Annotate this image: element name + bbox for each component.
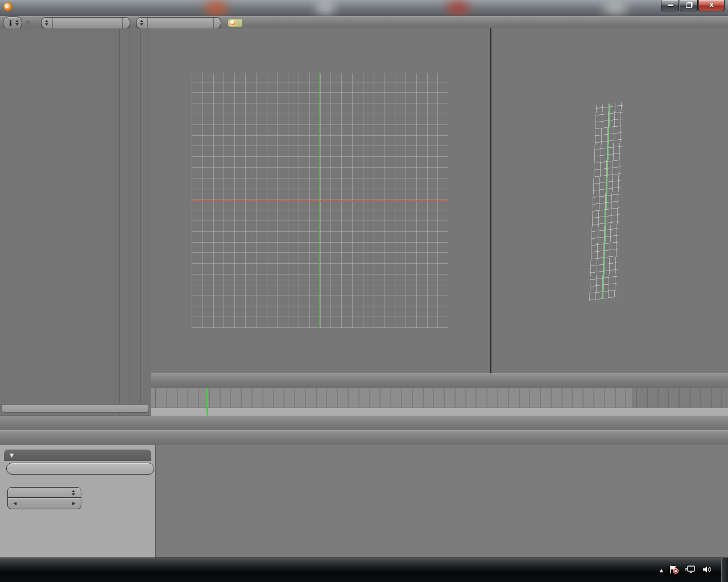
- header-collapse-icon[interactable]: ▽: [26, 20, 30, 26]
- blender-window: X i ▽: [0, 0, 728, 582]
- close-button[interactable]: X: [698, 0, 725, 11]
- timeline-labels: [151, 408, 728, 415]
- blender-app-icon: [3, 2, 13, 11]
- buttons-window-header: [0, 430, 728, 446]
- buttons-panel-area: ▼ ◀ ▶: [0, 445, 156, 558]
- timeline-header: [151, 415, 728, 431]
- view-axis-gizmo: [499, 342, 524, 367]
- viewport-side-header: [490, 373, 728, 389]
- restore-button[interactable]: [680, 0, 698, 11]
- editor-type-button-info[interactable]: i: [3, 16, 22, 30]
- scene-selector[interactable]: [136, 17, 221, 29]
- windows-taskbar: ▲: [0, 558, 728, 582]
- panel-collapse-icon[interactable]: ▼: [10, 452, 14, 458]
- viewport-front-header: [151, 373, 490, 389]
- view-axis-gizmo: [159, 342, 184, 367]
- system-tray: ▲: [654, 558, 720, 582]
- viewport-side[interactable]: [490, 28, 728, 373]
- screen-name: [52, 18, 122, 28]
- network-icon[interactable]: [685, 565, 696, 576]
- scene-name: [147, 18, 213, 28]
- outliner-header: [0, 415, 151, 431]
- timeline-ruler[interactable]: [151, 388, 728, 415]
- scene-delete-button[interactable]: [213, 18, 221, 28]
- outliner-scrollbar[interactable]: [1, 404, 149, 413]
- decrement-icon[interactable]: ◀: [13, 501, 16, 506]
- blender-version-button[interactable]: [228, 19, 242, 27]
- viewport-front[interactable]: [151, 28, 490, 373]
- empty-size-stepper[interactable]: ◀ ▶: [7, 497, 81, 509]
- blender-dot-icon: [230, 20, 236, 26]
- panel-link-and-materials[interactable]: ▼: [4, 450, 151, 461]
- window-titlebar: X: [0, 0, 728, 16]
- screen-delete-button[interactable]: [122, 18, 130, 28]
- object-name-field[interactable]: [6, 463, 154, 475]
- head-model-side: [601, 87, 704, 300]
- show-desktop-button[interactable]: [721, 558, 728, 582]
- hidden-icons-button[interactable]: ▲: [660, 568, 663, 573]
- volume-icon[interactable]: [702, 565, 712, 576]
- increment-icon[interactable]: ▶: [72, 501, 76, 506]
- head-model-front: [246, 72, 394, 254]
- outliner-editor[interactable]: [0, 28, 152, 415]
- screen-selector[interactable]: [41, 17, 130, 29]
- minimize-button[interactable]: [661, 0, 679, 11]
- current-frame-marker[interactable]: [206, 388, 208, 415]
- info-icon: i: [7, 19, 14, 27]
- action-center-flag-icon[interactable]: [669, 565, 679, 576]
- main-menubar: i ▽: [0, 16, 728, 30]
